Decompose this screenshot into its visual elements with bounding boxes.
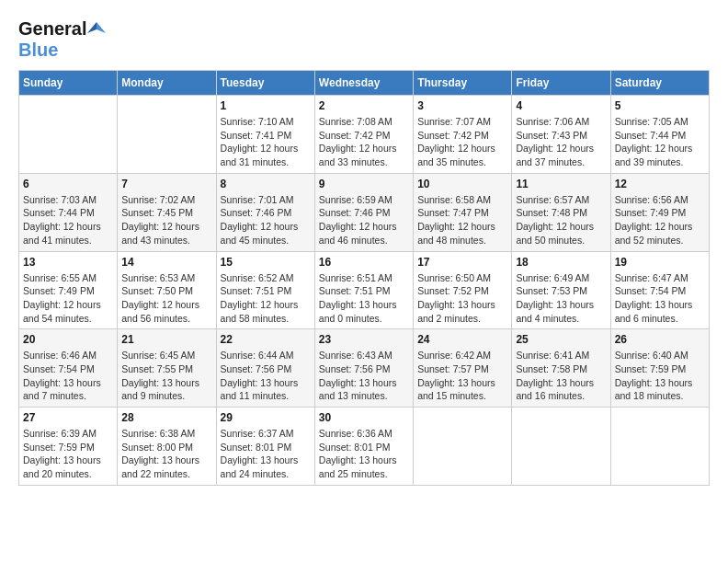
day-of-week-header: Wednesday bbox=[314, 71, 413, 96]
day-number: 25 bbox=[516, 333, 606, 346]
calendar-cell: 16Sunrise: 6:51 AM Sunset: 7:51 PM Dayli… bbox=[314, 251, 413, 329]
day-number: 23 bbox=[319, 333, 409, 346]
day-info: Sunrise: 7:06 AM Sunset: 7:43 PM Dayligh… bbox=[516, 115, 606, 169]
day-number: 4 bbox=[516, 99, 606, 112]
day-number: 13 bbox=[23, 256, 113, 269]
logo-general-text: General bbox=[18, 18, 86, 40]
logo-blue-text: Blue bbox=[18, 40, 58, 61]
day-info: Sunrise: 7:07 AM Sunset: 7:42 PM Dayligh… bbox=[417, 115, 507, 169]
day-number: 3 bbox=[417, 99, 507, 112]
day-of-week-header: Sunday bbox=[19, 71, 118, 96]
day-info: Sunrise: 6:41 AM Sunset: 7:58 PM Dayligh… bbox=[516, 349, 606, 403]
calendar-cell: 12Sunrise: 6:56 AM Sunset: 7:49 PM Dayli… bbox=[610, 173, 709, 251]
day-number: 21 bbox=[121, 333, 211, 346]
day-info: Sunrise: 6:37 AM Sunset: 8:01 PM Dayligh… bbox=[221, 427, 311, 481]
day-info: Sunrise: 7:01 AM Sunset: 7:46 PM Dayligh… bbox=[221, 193, 311, 247]
calendar-cell: 30Sunrise: 6:36 AM Sunset: 8:01 PM Dayli… bbox=[314, 408, 413, 486]
calendar-cell: 4Sunrise: 7:06 AM Sunset: 7:43 PM Daylig… bbox=[512, 96, 610, 174]
day-of-week-header: Tuesday bbox=[216, 71, 314, 96]
calendar-header-row: SundayMondayTuesdayWednesdayThursdayFrid… bbox=[19, 71, 710, 96]
day-number: 11 bbox=[516, 178, 606, 190]
calendar-cell: 7Sunrise: 7:02 AM Sunset: 7:45 PM Daylig… bbox=[118, 173, 216, 251]
calendar-cell: 2Sunrise: 7:08 AM Sunset: 7:42 PM Daylig… bbox=[314, 96, 413, 174]
calendar-cell: 13Sunrise: 6:55 AM Sunset: 7:49 PM Dayli… bbox=[19, 251, 118, 329]
day-number: 27 bbox=[23, 411, 113, 424]
day-info: Sunrise: 6:39 AM Sunset: 7:59 PM Dayligh… bbox=[23, 427, 113, 481]
day-number: 30 bbox=[319, 411, 409, 424]
calendar-cell: 6Sunrise: 7:03 AM Sunset: 7:44 PM Daylig… bbox=[19, 173, 118, 251]
day-number: 24 bbox=[417, 333, 507, 346]
logo: General Blue bbox=[18, 18, 106, 61]
day-number: 19 bbox=[615, 256, 705, 269]
calendar-cell bbox=[19, 96, 118, 174]
calendar-cell: 22Sunrise: 6:44 AM Sunset: 7:56 PM Dayli… bbox=[216, 329, 314, 408]
day-info: Sunrise: 6:56 AM Sunset: 7:49 PM Dayligh… bbox=[615, 193, 705, 247]
calendar-cell bbox=[118, 96, 216, 174]
calendar-cell bbox=[610, 408, 709, 486]
day-number: 15 bbox=[221, 256, 311, 269]
day-of-week-header: Saturday bbox=[610, 71, 709, 96]
day-number: 29 bbox=[221, 411, 311, 424]
calendar-week-row: 6Sunrise: 7:03 AM Sunset: 7:44 PM Daylig… bbox=[19, 173, 710, 251]
day-info: Sunrise: 6:53 AM Sunset: 7:50 PM Dayligh… bbox=[121, 271, 211, 326]
calendar-cell: 27Sunrise: 6:39 AM Sunset: 7:59 PM Dayli… bbox=[19, 408, 118, 486]
calendar-cell: 17Sunrise: 6:50 AM Sunset: 7:52 PM Dayli… bbox=[414, 251, 512, 329]
day-of-week-header: Monday bbox=[118, 71, 216, 96]
calendar-week-row: 1Sunrise: 7:10 AM Sunset: 7:41 PM Daylig… bbox=[19, 96, 710, 174]
calendar-cell: 5Sunrise: 7:05 AM Sunset: 7:44 PM Daylig… bbox=[610, 96, 709, 174]
svg-marker-1 bbox=[87, 22, 97, 33]
calendar-cell bbox=[414, 408, 512, 486]
day-info: Sunrise: 6:55 AM Sunset: 7:49 PM Dayligh… bbox=[23, 271, 113, 326]
day-info: Sunrise: 7:10 AM Sunset: 7:41 PM Dayligh… bbox=[221, 115, 311, 169]
calendar-cell: 23Sunrise: 6:43 AM Sunset: 7:56 PM Dayli… bbox=[314, 329, 413, 408]
calendar-cell: 25Sunrise: 6:41 AM Sunset: 7:58 PM Dayli… bbox=[512, 329, 610, 408]
day-info: Sunrise: 6:50 AM Sunset: 7:52 PM Dayligh… bbox=[417, 271, 507, 326]
calendar-cell: 28Sunrise: 6:38 AM Sunset: 8:00 PM Dayli… bbox=[118, 408, 216, 486]
day-number: 18 bbox=[516, 256, 606, 269]
calendar-week-row: 20Sunrise: 6:46 AM Sunset: 7:54 PM Dayli… bbox=[19, 329, 710, 408]
day-info: Sunrise: 6:40 AM Sunset: 7:59 PM Dayligh… bbox=[615, 349, 705, 403]
day-info: Sunrise: 6:46 AM Sunset: 7:54 PM Dayligh… bbox=[23, 349, 113, 403]
day-number: 7 bbox=[121, 178, 211, 190]
day-number: 2 bbox=[319, 99, 409, 112]
calendar-cell: 1Sunrise: 7:10 AM Sunset: 7:41 PM Daylig… bbox=[216, 96, 314, 174]
day-info: Sunrise: 7:02 AM Sunset: 7:45 PM Dayligh… bbox=[121, 193, 211, 247]
calendar-cell: 24Sunrise: 6:42 AM Sunset: 7:57 PM Dayli… bbox=[414, 329, 512, 408]
day-info: Sunrise: 6:43 AM Sunset: 7:56 PM Dayligh… bbox=[319, 349, 409, 403]
logo-bird-icon bbox=[87, 20, 106, 39]
day-number: 20 bbox=[23, 333, 113, 346]
day-info: Sunrise: 7:08 AM Sunset: 7:42 PM Dayligh… bbox=[319, 115, 409, 169]
day-number: 26 bbox=[615, 333, 705, 346]
day-info: Sunrise: 6:51 AM Sunset: 7:51 PM Dayligh… bbox=[319, 271, 409, 326]
day-number: 28 bbox=[121, 411, 211, 424]
calendar-cell: 8Sunrise: 7:01 AM Sunset: 7:46 PM Daylig… bbox=[216, 173, 314, 251]
calendar-cell: 19Sunrise: 6:47 AM Sunset: 7:54 PM Dayli… bbox=[610, 251, 709, 329]
day-number: 16 bbox=[319, 256, 409, 269]
day-info: Sunrise: 6:36 AM Sunset: 8:01 PM Dayligh… bbox=[319, 427, 409, 481]
calendar-cell: 14Sunrise: 6:53 AM Sunset: 7:50 PM Dayli… bbox=[118, 251, 216, 329]
day-info: Sunrise: 6:58 AM Sunset: 7:47 PM Dayligh… bbox=[417, 193, 507, 247]
day-info: Sunrise: 6:52 AM Sunset: 7:51 PM Dayligh… bbox=[221, 271, 311, 326]
day-number: 1 bbox=[221, 99, 311, 112]
day-info: Sunrise: 6:45 AM Sunset: 7:55 PM Dayligh… bbox=[121, 349, 211, 403]
day-of-week-header: Thursday bbox=[414, 71, 512, 96]
day-number: 22 bbox=[221, 333, 311, 346]
day-number: 8 bbox=[221, 178, 311, 190]
day-number: 6 bbox=[23, 178, 113, 190]
calendar-week-row: 27Sunrise: 6:39 AM Sunset: 7:59 PM Dayli… bbox=[19, 408, 710, 486]
calendar-cell: 15Sunrise: 6:52 AM Sunset: 7:51 PM Dayli… bbox=[216, 251, 314, 329]
calendar-week-row: 13Sunrise: 6:55 AM Sunset: 7:49 PM Dayli… bbox=[19, 251, 710, 329]
calendar-cell: 26Sunrise: 6:40 AM Sunset: 7:59 PM Dayli… bbox=[610, 329, 709, 408]
calendar-cell: 11Sunrise: 6:57 AM Sunset: 7:48 PM Dayli… bbox=[512, 173, 610, 251]
day-info: Sunrise: 6:47 AM Sunset: 7:54 PM Dayligh… bbox=[615, 271, 705, 326]
day-number: 9 bbox=[319, 178, 409, 190]
day-info: Sunrise: 6:38 AM Sunset: 8:00 PM Dayligh… bbox=[121, 427, 211, 481]
day-info: Sunrise: 6:59 AM Sunset: 7:46 PM Dayligh… bbox=[319, 193, 409, 247]
calendar-cell: 18Sunrise: 6:49 AM Sunset: 7:53 PM Dayli… bbox=[512, 251, 610, 329]
day-info: Sunrise: 6:49 AM Sunset: 7:53 PM Dayligh… bbox=[516, 271, 606, 326]
calendar-cell: 3Sunrise: 7:07 AM Sunset: 7:42 PM Daylig… bbox=[414, 96, 512, 174]
calendar-cell: 29Sunrise: 6:37 AM Sunset: 8:01 PM Dayli… bbox=[216, 408, 314, 486]
calendar-cell: 10Sunrise: 6:58 AM Sunset: 7:47 PM Dayli… bbox=[414, 173, 512, 251]
day-number: 14 bbox=[121, 256, 211, 269]
calendar-cell bbox=[512, 408, 610, 486]
